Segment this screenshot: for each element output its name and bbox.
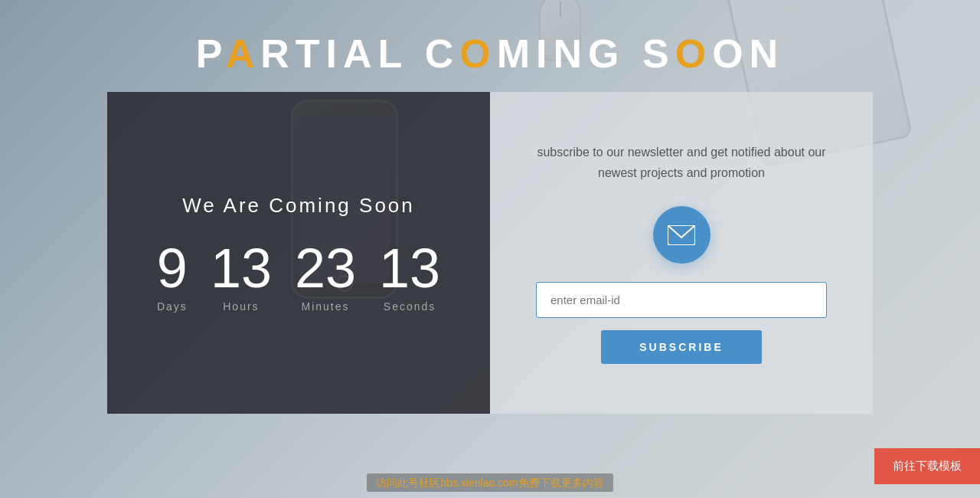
title-highlight-o1: O bbox=[459, 31, 496, 76]
minutes-label: Minutes bbox=[295, 300, 356, 313]
days-value: 9 bbox=[157, 241, 188, 296]
title-highlight-o3: O bbox=[712, 31, 749, 76]
email-icon-circle bbox=[653, 206, 710, 264]
email-icon bbox=[668, 225, 695, 245]
hours-label: Hours bbox=[211, 300, 272, 313]
page-title: PARTIAL COMING SOON bbox=[0, 31, 980, 77]
download-button[interactable]: 前往下载模板 bbox=[874, 448, 980, 484]
countdown-seconds: 13 Seconds bbox=[379, 241, 440, 313]
title-highlight-a: A bbox=[226, 31, 261, 76]
seconds-label: Seconds bbox=[379, 300, 440, 313]
title-ming-s: MING S bbox=[497, 31, 675, 76]
watermark-bar: 访问此号社区bbs.xienlao.com免费下载更多内容 bbox=[0, 476, 980, 490]
days-label: Days bbox=[157, 300, 188, 313]
subscribe-description: subscribe to our newsletter and get noti… bbox=[536, 142, 827, 183]
main-section: We Are Coming Soon 9 Days 13 Hours 23 Mi… bbox=[107, 92, 873, 414]
countdown-minutes: 23 Minutes bbox=[295, 241, 356, 313]
left-countdown-panel: We Are Coming Soon 9 Days 13 Hours 23 Mi… bbox=[107, 92, 490, 414]
watermark-text: 访问此号社区bbs.xienlao.com免费下载更多内容 bbox=[367, 473, 612, 492]
title-n: N bbox=[750, 31, 785, 76]
email-input[interactable] bbox=[536, 282, 827, 318]
page-header: PARTIAL COMING SOON bbox=[0, 0, 980, 92]
title-rtial: RTIAL C bbox=[260, 31, 459, 76]
seconds-value: 13 bbox=[379, 241, 440, 296]
countdown-timer: 9 Days 13 Hours 23 Minutes 13 Seconds bbox=[157, 241, 440, 313]
countdown-hours: 13 Hours bbox=[211, 241, 272, 313]
subscribe-button[interactable]: SUBSCRIBE bbox=[601, 330, 761, 364]
minutes-value: 23 bbox=[295, 241, 356, 296]
hours-value: 13 bbox=[211, 241, 272, 296]
title-prefix: P bbox=[196, 31, 226, 76]
right-subscribe-panel: subscribe to our newsletter and get noti… bbox=[490, 92, 873, 414]
countdown-days: 9 Days bbox=[157, 241, 188, 313]
title-highlight-o2: O bbox=[675, 31, 712, 76]
coming-soon-label: We Are Coming Soon bbox=[182, 194, 415, 218]
